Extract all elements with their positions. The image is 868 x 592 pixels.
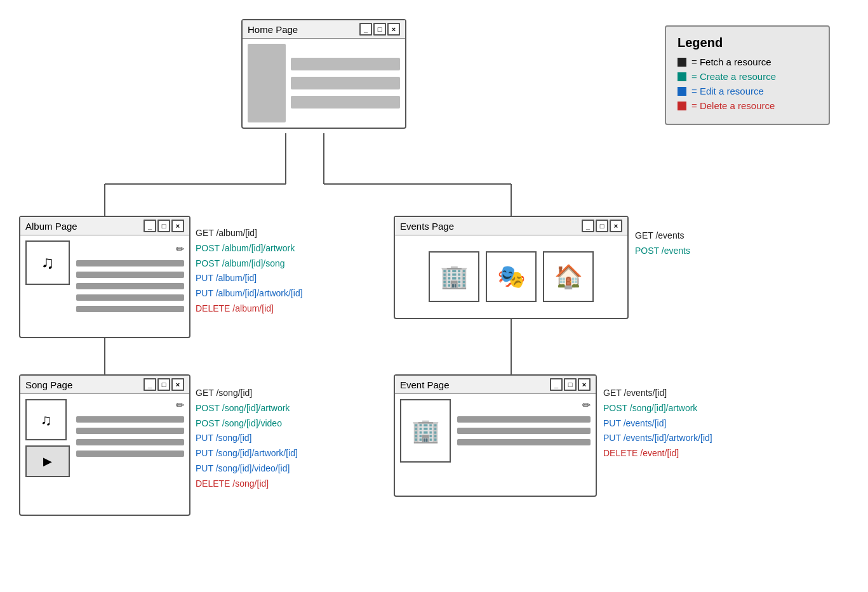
album-edit-icon: ✏ bbox=[176, 243, 184, 255]
events-api-1: POST /events bbox=[635, 244, 690, 259]
song-title: Song Page bbox=[25, 379, 142, 390]
event-content: 🏢 ✏ bbox=[395, 394, 596, 496]
song-api-1: POST /song/[id]/artwork bbox=[196, 401, 298, 416]
album-close-btn[interactable]: × bbox=[171, 220, 184, 232]
home-bars bbox=[291, 44, 400, 122]
events-home-icon: 🏠 bbox=[543, 251, 594, 302]
legend-label-fetch: = Fetch a resource bbox=[691, 56, 771, 67]
album-line-3 bbox=[76, 283, 184, 289]
album-line-5 bbox=[76, 306, 184, 312]
events-minimize-btn[interactable]: _ bbox=[582, 220, 594, 232]
album-line-2 bbox=[76, 272, 184, 278]
album-api-2: POST /album/[id]/song bbox=[196, 256, 303, 272]
song-api-6: DELETE /song/[id] bbox=[196, 477, 298, 492]
events-venue-icon: 🏢 bbox=[429, 251, 479, 302]
album-art-icon: ♫ bbox=[25, 240, 70, 285]
song-titlebar: Song Page _ □ × bbox=[20, 376, 189, 394]
legend-color-delete bbox=[678, 102, 686, 110]
event-api-1: POST /song/[id]/artwork bbox=[603, 401, 712, 416]
event-line-1 bbox=[457, 416, 591, 423]
song-window: Song Page _ □ × ♫ ▶ ✏ bbox=[19, 374, 190, 516]
home-titlebar: Home Page _ □ × bbox=[243, 20, 405, 39]
song-api-label: GET /song/[id] POST /song/[id]/artwork P… bbox=[196, 386, 298, 492]
song-api-2: POST /song/[id]/video bbox=[196, 416, 298, 431]
event-right: ✏ bbox=[457, 399, 591, 445]
song-close-btn[interactable]: × bbox=[171, 378, 184, 391]
events-api-label: GET /events POST /events bbox=[635, 228, 690, 259]
song-edit-icon: ✏ bbox=[176, 399, 184, 411]
legend-label-edit: = Edit a resource bbox=[691, 86, 764, 96]
legend-color-fetch bbox=[678, 58, 686, 67]
song-api-5: PUT /song/[id]/video/[id] bbox=[196, 461, 298, 477]
event-close-btn[interactable]: × bbox=[578, 378, 591, 391]
song-minimize-btn[interactable]: _ bbox=[144, 378, 156, 391]
legend-item-edit: = Edit a resource bbox=[678, 86, 817, 96]
events-close-btn[interactable]: × bbox=[610, 220, 622, 232]
album-maximize-btn[interactable]: □ bbox=[157, 220, 170, 232]
home-minimize-btn[interactable]: _ bbox=[359, 23, 372, 36]
event-line-2 bbox=[457, 428, 591, 434]
album-window: Album Page _ □ × ♫ ✏ bbox=[19, 216, 190, 338]
legend: Legend = Fetch a resource = Create a res… bbox=[665, 25, 830, 125]
events-maximize-btn[interactable]: □ bbox=[596, 220, 608, 232]
song-line-3 bbox=[76, 439, 184, 445]
album-api-3: PUT /album/[id] bbox=[196, 271, 303, 286]
song-line-1 bbox=[76, 416, 184, 423]
album-line-1 bbox=[76, 260, 184, 266]
album-right: ✏ bbox=[76, 240, 184, 312]
album-minimize-btn[interactable]: _ bbox=[144, 220, 156, 232]
home-bar-2 bbox=[291, 77, 400, 89]
event-venue-img: 🏢 bbox=[400, 399, 451, 463]
event-window: Event Page _ □ × 🏢 ✏ bbox=[394, 374, 597, 497]
legend-item-fetch: = Fetch a resource bbox=[678, 56, 817, 67]
legend-color-edit bbox=[678, 87, 686, 96]
event-lines bbox=[457, 416, 591, 445]
event-minimize-btn[interactable]: _ bbox=[550, 378, 563, 391]
event-api-0: GET /events/[id] bbox=[603, 386, 712, 401]
event-maximize-btn[interactable]: □ bbox=[564, 378, 577, 391]
song-line-2 bbox=[76, 428, 184, 434]
event-api-4: DELETE /event/[id] bbox=[603, 446, 712, 461]
legend-label-create: = Create a resource bbox=[691, 71, 776, 82]
home-bar-1 bbox=[291, 58, 400, 70]
legend-label-delete: = Delete a resource bbox=[691, 100, 775, 111]
home-close-btn[interactable]: × bbox=[387, 23, 400, 36]
song-api-3: PUT /song/[id] bbox=[196, 431, 298, 446]
song-api-4: PUT /song/[id]/artwork/[id] bbox=[196, 446, 298, 461]
events-title: Events Page bbox=[400, 221, 580, 232]
album-title: Album Page bbox=[25, 221, 142, 232]
album-api-4: PUT /album/[id]/artwork/[id] bbox=[196, 286, 303, 301]
event-line-3 bbox=[457, 439, 591, 445]
event-api-3: PUT /events/[id]/artwork/[id] bbox=[603, 431, 712, 446]
home-window: Home Page _ □ × bbox=[241, 19, 406, 129]
album-api-0: GET /album/[id] bbox=[196, 226, 303, 241]
home-maximize-btn[interactable]: □ bbox=[373, 23, 386, 36]
home-sidebar bbox=[248, 44, 286, 122]
events-titlebar: Events Page _ □ × bbox=[395, 217, 627, 235]
legend-title: Legend bbox=[678, 36, 817, 50]
diagram-container: Legend = Fetch a resource = Create a res… bbox=[0, 0, 868, 592]
song-api-0: GET /song/[id] bbox=[196, 386, 298, 401]
events-api-0: GET /events bbox=[635, 228, 690, 244]
album-line-4 bbox=[76, 294, 184, 301]
home-title: Home Page bbox=[248, 24, 358, 35]
home-bar-3 bbox=[291, 96, 400, 109]
events-content: 🏢 🎭 🏠 bbox=[395, 235, 627, 318]
events-concert-icon: 🎭 bbox=[486, 251, 537, 302]
event-titlebar: Event Page _ □ × bbox=[395, 376, 596, 394]
home-content bbox=[243, 39, 405, 128]
song-left: ♫ ▶ bbox=[25, 399, 70, 477]
events-window: Events Page _ □ × 🏢 🎭 🏠 bbox=[394, 216, 629, 319]
event-api-2: PUT /events/[id] bbox=[603, 416, 712, 431]
song-lines bbox=[76, 416, 184, 457]
album-content: ♫ ✏ bbox=[20, 235, 189, 337]
event-title: Event Page bbox=[400, 379, 549, 390]
album-api-1: POST /album/[id]/artwork bbox=[196, 241, 303, 256]
song-video-icon: ▶ bbox=[25, 445, 70, 477]
album-titlebar: Album Page _ □ × bbox=[20, 217, 189, 235]
event-api-label: GET /events/[id] POST /song/[id]/artwork… bbox=[603, 386, 712, 461]
song-maximize-btn[interactable]: □ bbox=[157, 378, 170, 391]
album-api-label: GET /album/[id] POST /album/[id]/artwork… bbox=[196, 226, 303, 317]
song-line-4 bbox=[76, 451, 184, 457]
song-right: ✏ bbox=[76, 399, 184, 457]
